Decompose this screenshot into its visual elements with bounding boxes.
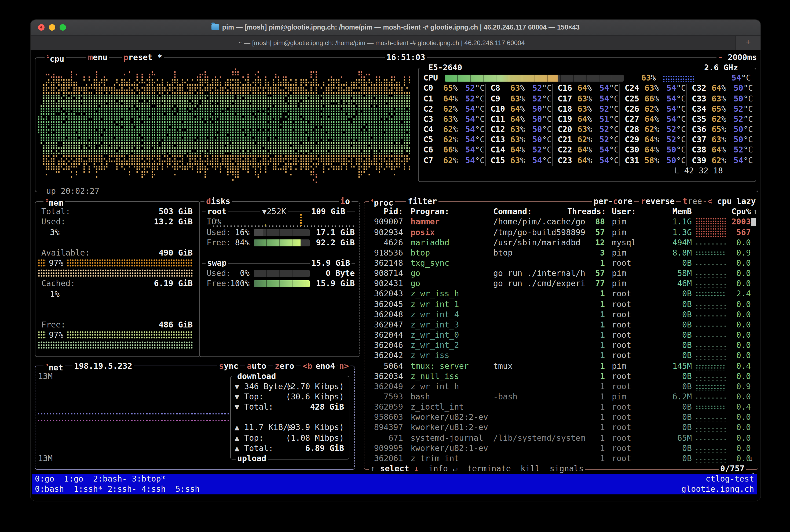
cpu-core-C11: C1164%50°C [490, 114, 556, 125]
terminal-tab[interactable]: ~ — [mosh] pim@glootie.ipng.ch: /home/pi… [31, 36, 733, 50]
net-auto-toggle[interactable]: auto [245, 361, 268, 371]
process-row-5064[interactable]: 5064tmux: servertmux1pim145M0.4 [364, 361, 757, 371]
net-upload-top-rate: (1.08 Mibps) [262, 433, 344, 443]
process-cpu-minigraph [696, 356, 726, 360]
net-download-graph [38, 413, 229, 414]
process-row-902431[interactable]: 902431gogo run ./cmd/experi77pim46M0.0 [364, 279, 757, 289]
mem-available-graph [67, 259, 193, 267]
process-row-4626[interactable]: 4626mariadbd/usr/sbin/mariadbd12mysql494… [364, 238, 757, 248]
proc-footer: ↑ select ↓ info ↵ terminate kill signals [369, 464, 585, 474]
proc-sort-selector[interactable]: < cpu lazy > [706, 196, 760, 207]
process-row-362044[interactable]: 362044z_wr_int_01root0B0.0 [364, 330, 757, 340]
disk-swap-name: swap [206, 258, 228, 268]
col-header-user[interactable]: User: [612, 207, 636, 217]
col-header-program[interactable]: Program: [410, 207, 449, 217]
cpu-meter [663, 75, 695, 81]
signals-button[interactable]: signals [550, 464, 583, 474]
proc-percore-toggle[interactable]: per-core [592, 196, 634, 207]
cpu-core-C14: C1464%52°C [490, 145, 556, 155]
cpu-core-C25: C2566%54°C [625, 94, 690, 104]
kill-button[interactable]: kill [521, 464, 540, 474]
process-row-362148[interactable]: 362148txg_sync1root0B0.0 [364, 258, 757, 268]
process-row-671[interactable]: 671systemd-journal/lib/systemd/system1ro… [364, 433, 757, 443]
proc-tree-toggle[interactable]: tree [681, 196, 704, 207]
disk-io-spike [300, 214, 302, 227]
proc-reverse-toggle[interactable]: reverse [639, 196, 676, 207]
process-cpu-minigraph [696, 418, 726, 422]
folder-icon [211, 24, 219, 30]
net-prev-iface-button[interactable]: <b [301, 361, 314, 371]
col-header-command[interactable]: Command: [493, 207, 532, 217]
tab-disks[interactable]: disks [205, 196, 232, 207]
process-row-362047[interactable]: 362047z_wr_int_31root0B0.0 [364, 320, 757, 330]
process-row-902934[interactable]: 902934posix/tmp/go-build59889957pim1.3G5… [364, 227, 757, 238]
cpu-core-C17: C1763%54°C [558, 94, 622, 104]
tab-mem[interactable]: ²mem [43, 196, 65, 208]
tab-cpu[interactable]: ¹cpu [44, 53, 66, 64]
tmux-windows-line2[interactable]: 0:bash 1:ssh* 2:ssh- 4:ssh 5:ssh [35, 484, 200, 494]
select-down-icon[interactable]: ↓ [414, 464, 419, 474]
process-row-7593[interactable]: 7593bash-bash1pim6.2M0.0 [364, 392, 757, 402]
proc-scrollbar[interactable] [751, 218, 756, 226]
sort-direction-icon[interactable]: ↑ [753, 207, 758, 217]
col-header-cpu[interactable]: Cpu% [726, 207, 751, 217]
process-row-909995[interactable]: 909995kworker/u82:1-ev1root0B0.0 [364, 443, 757, 453]
uptime: up 20:02:27 [44, 186, 101, 196]
mem-total-label: Total: [41, 207, 70, 217]
process-row-958603[interactable]: 958603kworker/u82:2-ev1root0B0.0 [364, 413, 757, 423]
process-cpu-minigraph [696, 251, 726, 257]
process-cpu-minigraph [696, 284, 726, 288]
process-row-362042[interactable]: 362042z_wr_iss1root0B0.0 [364, 351, 757, 361]
preset-button[interactable]: preset * [122, 53, 164, 63]
process-row-362059[interactable]: 362059z_ioctl_int1root0B0.4 [364, 402, 757, 412]
new-tab-button[interactable]: + [735, 36, 760, 50]
mem-free-label: Free: [41, 320, 65, 330]
process-row-894397[interactable]: 894397kworker/u81:2-ev1root0B0.0 [364, 423, 757, 433]
col-header-mem[interactable]: MemB [664, 207, 692, 217]
cpu-core-C32: C3264%50°C [692, 83, 757, 94]
tab-proc[interactable]: ⁴proc [369, 196, 395, 208]
disk-root-size: 109 GiB [310, 207, 347, 217]
net-sync-toggle[interactable]: sync [217, 361, 240, 371]
tmux-windows-line1[interactable]: 0:go 1:go 2:bash- 3:btop* [35, 474, 166, 484]
process-cpu-minigraph [696, 377, 726, 380]
net-download-title: download [236, 371, 278, 381]
process-row-362061[interactable]: 362061z_trim_int1root0B0.0 [364, 454, 757, 464]
interval-minus-button[interactable]: - [718, 53, 723, 62]
select-up-icon[interactable]: ↑ [370, 464, 375, 474]
menu-button[interactable]: menu [86, 53, 109, 63]
proc-filter-button[interactable]: filter [406, 196, 439, 207]
info-button[interactable]: info [428, 464, 448, 474]
net-download-top-label: ▼ Top: [234, 392, 264, 402]
process-row-362046[interactable]: 362046z_wr_int_21root0B0.0 [364, 340, 757, 350]
cpu-core-C0: C065%52°C [423, 83, 488, 94]
process-cpu-minigraph [696, 264, 726, 267]
process-row-362043[interactable]: 362043z_wr_iss_h1root0B2.4 [364, 289, 757, 299]
col-header-threads[interactable]: Threads: [567, 207, 605, 217]
disk-swap-used-bar [254, 270, 310, 277]
process-row-908714[interactable]: 908714gogo run ./internal/h57pim58M0.0 [364, 268, 757, 279]
disk-root-used-bar [254, 229, 310, 236]
mem-cached-percent: 1% [50, 289, 60, 299]
col-header-pid[interactable]: Pid: [367, 207, 403, 217]
load-average: L 42 32 18 [648, 166, 723, 176]
disk-root-free-percent: 84% [224, 238, 250, 248]
net-next-iface-button[interactable]: n> [338, 361, 350, 371]
process-row-362048[interactable]: 362048z_wr_int_41root0B0.0 [364, 310, 757, 320]
process-row-362049[interactable]: 362049z_wr_int_h1root0B0.9 [364, 382, 757, 392]
io-toggle[interactable]: io [339, 196, 351, 207]
net-zero-toggle[interactable]: zero [273, 361, 296, 371]
mem-free-graph [67, 331, 193, 339]
net-upload-graph [38, 420, 229, 421]
disk-swap-used-percent: 0% [224, 268, 250, 279]
scroll-down-icon[interactable]: ↓ [749, 454, 753, 464]
net-upload-title: upload [236, 454, 268, 464]
mem-used-label: Used: [41, 217, 65, 227]
process-row-918536[interactable]: 918536btopbtop3pim8.8M0.9 [364, 248, 757, 258]
window-titlebar[interactable]: pim — [mosh] pim@glootie.ipng.ch: /home/… [31, 20, 760, 35]
process-row-362034[interactable]: 362034z_null_iss1root0B0.0 [364, 371, 757, 381]
process-row-909007[interactable]: 909007hammer/home/pim/.cache/go88pim1.1G… [364, 217, 757, 227]
process-row-362045[interactable]: 362045z_wr_int_11root0B0.0 [364, 299, 757, 309]
terminate-button[interactable]: terminate [467, 464, 511, 474]
select-button[interactable]: select [380, 464, 409, 474]
